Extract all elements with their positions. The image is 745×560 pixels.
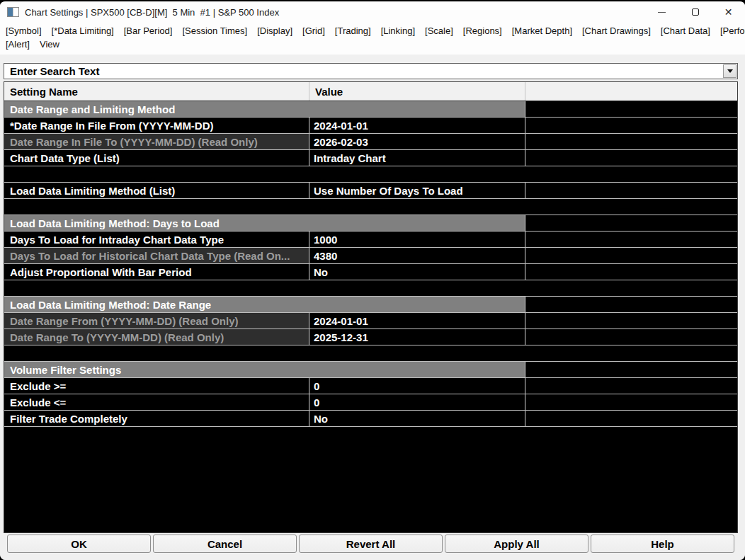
setting-row[interactable]: Days To Load for Historical Chart Data T… <box>4 248 737 264</box>
search-box <box>4 63 738 79</box>
row-filler-cell <box>525 134 737 149</box>
menu-item-alert[interactable]: [Alert] <box>6 38 30 50</box>
setting-value-cell[interactable]: 0 <box>309 394 525 410</box>
section-header-row: Volume Filter Settings <box>4 362 737 378</box>
setting-row[interactable]: Exclude <=0 <box>4 394 737 411</box>
setting-value-cell[interactable]: 2024-01-01 <box>309 313 525 328</box>
row-filler-cell <box>525 101 737 117</box>
spacer-row <box>4 199 737 215</box>
column-header-setting-name: Setting Name <box>4 82 309 101</box>
column-header-value: Value <box>309 82 525 101</box>
section-title: Load Data Limiting Method: Days to Load <box>4 215 525 231</box>
setting-row[interactable]: Chart Data Type (List)Intraday Chart <box>4 150 737 166</box>
menu-item-regions[interactable]: [Regions] <box>463 25 502 37</box>
row-filler-cell <box>525 394 737 410</box>
row-filler-cell <box>525 248 737 263</box>
apply-all-button[interactable]: Apply All <box>445 535 588 553</box>
setting-row[interactable]: Date Range In File To (YYYY-MM-DD) (Read… <box>4 134 737 150</box>
setting-row[interactable]: Date Range From (YYYY-MM-DD) (Read Only)… <box>4 313 737 329</box>
setting-row[interactable]: Days To Load for Intraday Chart Data Typ… <box>4 232 737 248</box>
spacer-row <box>4 280 737 297</box>
setting-name-cell: Date Range In File To (YYYY-MM-DD) (Read… <box>4 134 309 149</box>
setting-row[interactable]: Filter Trade CompletelyNo <box>4 411 737 427</box>
row-filler-cell <box>525 215 737 231</box>
setting-row[interactable]: Adjust Proportional With Bar PeriodNo <box>4 264 737 280</box>
setting-name-cell: Date Range From (YYYY-MM-DD) (Read Only) <box>4 313 309 328</box>
menu-item-trading[interactable]: [Trading] <box>335 25 371 37</box>
setting-value-cell[interactable]: No <box>309 411 525 426</box>
settings-table: Setting Name Value Date Range and Limiti… <box>4 81 738 533</box>
ok-button[interactable]: OK <box>7 535 151 553</box>
setting-row[interactable]: *Date Range In File From (YYYY-MM-DD)202… <box>4 118 737 134</box>
setting-name-cell: Load Data Limiting Method (List) <box>4 183 309 198</box>
menu-item-chart-drawings[interactable]: [Chart Drawings] <box>582 25 651 37</box>
menu-item-symbol[interactable]: [Symbol] <box>6 25 42 37</box>
settings-table-header: Setting Name Value <box>4 82 737 101</box>
menu-item-grid[interactable]: [Grid] <box>302 25 325 37</box>
row-filler-cell <box>525 232 737 247</box>
dialog-buttons: OKCancelRevert AllApply AllHelp <box>7 535 734 553</box>
setting-value-cell[interactable]: 2024-01-01 <box>309 118 525 133</box>
close-button[interactable]: ✕ <box>712 1 745 23</box>
empty-row-cell <box>4 166 737 182</box>
menu-row-1: [Symbol][*Data Limiting][Bar Period][Ses… <box>6 25 739 37</box>
setting-value-cell[interactable]: 2026-02-03 <box>309 134 525 149</box>
row-filler-cell <box>525 362 737 377</box>
cancel-button[interactable]: Cancel <box>153 535 297 553</box>
menu-item-display[interactable]: [Display] <box>257 25 292 37</box>
setting-row[interactable]: Load Data Limiting Method (List)Use Numb… <box>4 183 737 199</box>
app-window-icon <box>7 7 19 17</box>
menu-item-scale[interactable]: [Scale] <box>425 25 453 37</box>
setting-value-cell[interactable]: 4380 <box>309 248 525 263</box>
setting-row[interactable]: Exclude >=0 <box>4 378 737 394</box>
setting-value-cell[interactable]: No <box>309 264 525 280</box>
setting-row[interactable]: Date Range To (YYYY-MM-DD) (Read Only)20… <box>4 329 737 345</box>
settings-grid-body: Date Range and Limiting Method*Date Rang… <box>4 101 737 532</box>
setting-value-cell[interactable]: Intraday Chart <box>309 150 525 166</box>
menu-row-2: [Alert]View <box>6 38 739 50</box>
setting-name-cell: Adjust Proportional With Bar Period <box>4 264 309 280</box>
setting-value-cell[interactable]: 2025-12-31 <box>309 329 525 345</box>
row-filler-cell <box>525 264 737 280</box>
section-header-row: Date Range and Limiting Method <box>4 101 737 118</box>
menu-item-session-times[interactable]: [Session Times] <box>182 25 247 37</box>
window-controls: ✕ <box>645 1 745 23</box>
menu-item-market-depth[interactable]: [Market Depth] <box>512 25 572 37</box>
spacer-row <box>4 166 737 183</box>
menu-item-performance[interactable]: [Performance] <box>720 25 745 37</box>
menu-item-linking[interactable]: [Linking] <box>381 25 415 37</box>
revert-all-button[interactable]: Revert All <box>299 535 443 553</box>
maximize-button[interactable] <box>678 1 712 23</box>
menu-item-view[interactable]: View <box>40 38 59 50</box>
minimize-button[interactable] <box>645 1 678 23</box>
menu-bar: [Symbol][*Data Limiting][Bar Period][Ses… <box>0 23 745 55</box>
row-filler-cell <box>525 150 737 166</box>
row-filler-cell <box>525 378 737 394</box>
setting-name-cell: Date Range To (YYYY-MM-DD) (Read Only) <box>4 329 309 345</box>
setting-value-cell[interactable]: Use Number Of Days To Load <box>309 183 525 198</box>
title-bar: Chart Settings | SPX500 [CB-D][M] 5 Min … <box>0 1 745 23</box>
setting-name-cell: Chart Data Type (List) <box>4 150 309 166</box>
menu-item-data-limiting[interactable]: [*Data Limiting] <box>52 25 114 37</box>
menu-item-bar-period[interactable]: [Bar Period] <box>124 25 173 37</box>
setting-value-cell[interactable]: 1000 <box>309 232 525 247</box>
spacer-row <box>4 345 737 362</box>
row-filler-cell <box>525 329 737 345</box>
menu-item-chart-data[interactable]: [Chart Data] <box>661 25 710 37</box>
search-input[interactable] <box>4 64 737 79</box>
setting-name-cell: Filter Trade Completely <box>4 411 309 426</box>
setting-name-cell: Days To Load for Intraday Chart Data Typ… <box>4 232 309 247</box>
section-title: Load Data Limiting Method: Date Range <box>4 297 525 312</box>
help-button[interactable]: Help <box>591 535 734 553</box>
column-header-blank <box>525 82 737 101</box>
section-title: Date Range and Limiting Method <box>4 101 525 117</box>
row-filler-cell <box>525 297 737 312</box>
section-header-row: Load Data Limiting Method: Date Range <box>4 297 737 313</box>
row-filler-cell <box>525 411 737 426</box>
setting-name-cell: Days To Load for Historical Chart Data T… <box>4 248 309 263</box>
close-icon: ✕ <box>724 7 733 17</box>
search-dropdown-button[interactable] <box>723 64 737 78</box>
section-title: Volume Filter Settings <box>4 362 525 377</box>
setting-name-cell: Exclude <= <box>4 394 309 410</box>
setting-value-cell[interactable]: 0 <box>309 378 525 394</box>
